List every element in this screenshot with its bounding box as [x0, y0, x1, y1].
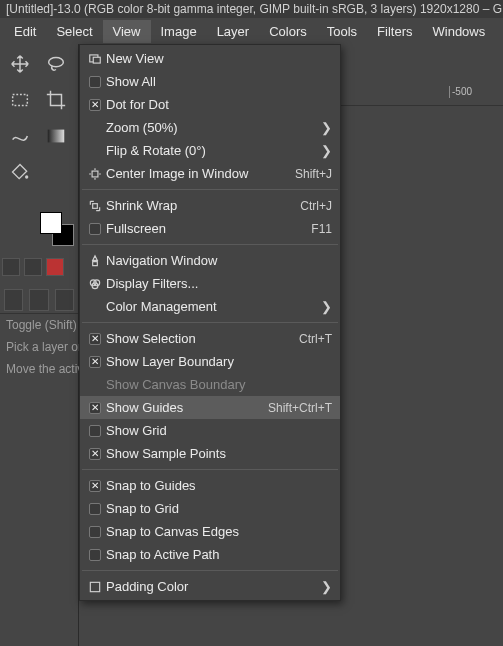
- menu-separator: [82, 189, 338, 190]
- svg-point-0: [49, 58, 64, 67]
- checkbox-checked-icon: ✕: [86, 97, 104, 113]
- menubar-item-image[interactable]: Image: [151, 20, 207, 43]
- menu-accelerator: Shift+J: [285, 167, 332, 181]
- menu-item-center-image[interactable]: Center Image in WindowShift+J: [80, 162, 340, 185]
- svg-rect-5: [93, 57, 100, 63]
- menubar-item-filters[interactable]: Filters: [367, 20, 422, 43]
- dock-tab-icon[interactable]: [46, 258, 64, 276]
- tool-hint: Pick a layer or: [0, 336, 78, 358]
- tool-move-icon[interactable]: [2, 46, 38, 82]
- checkbox-unchecked-icon: [86, 423, 104, 439]
- chevron-right-icon: ❯: [320, 143, 332, 158]
- fg-color-swatch[interactable]: [40, 212, 62, 234]
- menu-item-nav-window[interactable]: Navigation Window: [80, 249, 340, 272]
- menubar-item-select[interactable]: Select: [46, 20, 102, 43]
- menu-item-show-layer-boundary[interactable]: ✕Show Layer Boundary: [80, 350, 340, 373]
- checkbox-checked-icon: ✕: [86, 331, 104, 347]
- tool-options-icon[interactable]: [55, 289, 74, 311]
- menu-label: Snap to Active Path: [104, 547, 332, 562]
- tool-hint: Toggle (Shift): [0, 314, 78, 336]
- menu-label: Show Guides: [104, 400, 258, 415]
- checkbox-checked-icon: ✕: [86, 354, 104, 370]
- menu-item-color-mgmt[interactable]: Color Management❯: [80, 295, 340, 318]
- menu-label: Center Image in Window: [104, 166, 285, 181]
- svg-rect-2: [48, 130, 65, 143]
- menu-label: Flip & Rotate (0°): [104, 143, 320, 158]
- checkbox-unchecked-icon: [86, 221, 104, 237]
- menubar-item-edit[interactable]: Edit: [4, 20, 46, 43]
- menu-item-snap-active-path[interactable]: Snap to Active Path: [80, 543, 340, 566]
- menu-item-show-sample-points[interactable]: ✕Show Sample Points: [80, 442, 340, 465]
- checkbox-unchecked-icon: [86, 547, 104, 563]
- tool-warp-icon[interactable]: [2, 118, 38, 154]
- menu-item-snap-grid[interactable]: Snap to Grid: [80, 497, 340, 520]
- menubar-item-colors[interactable]: Colors: [259, 20, 317, 43]
- pad-icon: [86, 579, 104, 595]
- tool-crop-icon[interactable]: [38, 82, 74, 118]
- chevron-right-icon: ❯: [320, 299, 332, 314]
- menu-label: Color Management: [104, 299, 320, 314]
- menu-item-snap-canvas-edges[interactable]: Snap to Canvas Edges: [80, 520, 340, 543]
- menubar-item-view[interactable]: View: [103, 20, 151, 43]
- menu-item-show-all[interactable]: Show All: [80, 70, 340, 93]
- menu-item-dot-for-dot[interactable]: ✕Dot for Dot: [80, 93, 340, 116]
- checkbox-unchecked-icon: [86, 74, 104, 90]
- menu-item-zoom[interactable]: Zoom (50%)❯: [80, 116, 340, 139]
- menu-item-shrink-wrap[interactable]: Shrink WrapCtrl+J: [80, 194, 340, 217]
- menubar-item-help[interactable]: Help: [495, 20, 503, 43]
- tool-rect-select-icon[interactable]: [2, 82, 38, 118]
- menubar-item-windows[interactable]: Windows: [423, 20, 496, 43]
- menubar-item-layer[interactable]: Layer: [207, 20, 260, 43]
- spacer-icon: [86, 377, 104, 393]
- menu-item-padding-color[interactable]: Padding Color❯: [80, 575, 340, 598]
- checkbox-checked-icon: ✕: [86, 400, 104, 416]
- center-icon: [86, 166, 104, 182]
- menu-accelerator: Ctrl+T: [289, 332, 332, 346]
- menu-label: Snap to Canvas Edges: [104, 524, 332, 539]
- menu-accelerator: F11: [301, 222, 332, 236]
- menu-item-show-selection[interactable]: ✕Show SelectionCtrl+T: [80, 327, 340, 350]
- menu-separator: [82, 570, 338, 571]
- menu-label: Show Layer Boundary: [104, 354, 332, 369]
- menu-label: Show All: [104, 74, 332, 89]
- color-swatch[interactable]: [40, 212, 74, 246]
- checkbox-unchecked-icon: [86, 524, 104, 540]
- tool-gradient-icon[interactable]: [38, 118, 74, 154]
- view-menu-dropdown: New ViewShow All✕Dot for DotZoom (50%)❯F…: [79, 44, 341, 601]
- menu-label: Show Sample Points: [104, 446, 332, 461]
- menu-item-show-grid[interactable]: Show Grid: [80, 419, 340, 442]
- spacer-icon: [86, 120, 104, 136]
- menu-label: Snap to Guides: [104, 478, 332, 493]
- dock-tab-icon[interactable]: [2, 258, 20, 276]
- spacer-icon: [86, 299, 104, 315]
- menu-item-snap-guides[interactable]: ✕Snap to Guides: [80, 474, 340, 497]
- menu-item-new-view[interactable]: New View: [80, 47, 340, 70]
- menu-label: Snap to Grid: [104, 501, 332, 516]
- menu-item-flip-rotate[interactable]: Flip & Rotate (0°)❯: [80, 139, 340, 162]
- menu-label: Display Filters...: [104, 276, 332, 291]
- tool-fill-icon[interactable]: [2, 154, 38, 190]
- menu-accelerator: Ctrl+J: [290, 199, 332, 213]
- checkbox-unchecked-icon: [86, 501, 104, 517]
- menu-item-display-filters[interactable]: Display Filters...: [80, 272, 340, 295]
- filters-icon: [86, 276, 104, 292]
- tool-options-icon[interactable]: [29, 289, 48, 311]
- menu-label: Dot for Dot: [104, 97, 332, 112]
- dock-tab-icon[interactable]: [24, 258, 42, 276]
- svg-point-3: [25, 175, 28, 178]
- tool-options-icon[interactable]: [4, 289, 23, 311]
- menu-label: New View: [104, 51, 332, 66]
- svg-rect-1: [13, 95, 28, 106]
- tool-lasso-icon[interactable]: [38, 46, 74, 82]
- spacer-icon: [86, 143, 104, 159]
- menu-label: Padding Color: [104, 579, 320, 594]
- svg-rect-6: [92, 171, 98, 177]
- menubar-item-tools[interactable]: Tools: [317, 20, 367, 43]
- menu-accelerator: Shift+Ctrl+T: [258, 401, 332, 415]
- menu-item-show-guides[interactable]: ✕Show GuidesShift+Ctrl+T: [80, 396, 340, 419]
- tool-hint: Move the activ: [0, 358, 78, 380]
- menu-item-show-canvas-boundary: Show Canvas Boundary: [80, 373, 340, 396]
- svg-rect-11: [90, 582, 99, 591]
- menu-item-fullscreen[interactable]: FullscreenF11: [80, 217, 340, 240]
- menu-label: Show Canvas Boundary: [104, 377, 332, 392]
